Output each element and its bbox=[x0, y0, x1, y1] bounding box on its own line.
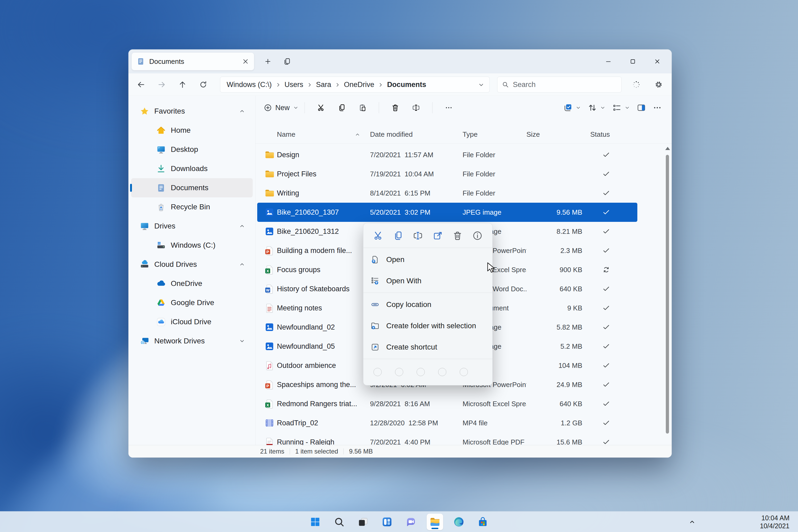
search-input[interactable] bbox=[513, 81, 617, 89]
scrollbar[interactable] bbox=[665, 145, 669, 445]
explorer-tab[interactable]: Documents bbox=[132, 53, 254, 70]
file-row-Design[interactable]: Design 7/20/2021 11:57 AM File Folder bbox=[257, 145, 637, 165]
sidebar-item[interactable]: Recycle Bin bbox=[131, 197, 253, 216]
file-type-icon bbox=[264, 226, 275, 237]
sidebar-item[interactable]: Drives bbox=[131, 216, 253, 236]
sidebar-item[interactable]: iCloud Drive bbox=[131, 312, 253, 331]
quick-action-properties[interactable] bbox=[472, 230, 483, 241]
quick-action-rename[interactable] bbox=[413, 230, 423, 241]
toolbar-button-rename[interactable] bbox=[406, 99, 426, 116]
column-header[interactable]: Status bbox=[590, 130, 622, 138]
section-chevron-icon[interactable] bbox=[239, 223, 245, 229]
toolbar-button-delete[interactable] bbox=[385, 99, 406, 116]
breadcrumb[interactable]: Windows (C:\) Users Sara OneDrive Docume… bbox=[220, 77, 490, 93]
section-chevron-icon[interactable] bbox=[239, 261, 245, 268]
tray-icon-wifi[interactable] bbox=[708, 517, 717, 527]
sidebar-item[interactable]: Downloads bbox=[131, 159, 253, 178]
view-control-button-more[interactable] bbox=[652, 103, 662, 113]
file-row-Bike_210620_1307[interactable]: Bike_210620_1307 5/20/2021 3:02 PM JPEG … bbox=[257, 203, 637, 222]
breadcrumb-dropdown-icon[interactable] bbox=[478, 81, 484, 88]
column-header[interactable]: Name bbox=[277, 130, 370, 138]
tag-blue[interactable] bbox=[374, 368, 382, 376]
sidebar-item[interactable]: Windows (C:) bbox=[131, 236, 253, 255]
quick-action-share[interactable] bbox=[433, 230, 443, 241]
sidebar-item[interactable]: Documents bbox=[131, 178, 253, 197]
view-control-button-preview-pane[interactable] bbox=[636, 103, 646, 113]
column-header[interactable]: Type bbox=[462, 130, 527, 138]
taskbar-icon-search[interactable] bbox=[331, 514, 347, 530]
taskbar-icon-task-view[interactable] bbox=[355, 514, 371, 530]
view-control-button-select[interactable] bbox=[563, 103, 581, 113]
breadcrumb-segment[interactable]: Windows (C:\) bbox=[226, 81, 284, 89]
sidebar-item[interactable]: Google Drive bbox=[131, 293, 253, 312]
quick-action-cut[interactable] bbox=[373, 230, 384, 241]
nav-button-back[interactable] bbox=[133, 76, 149, 93]
taskbar-icon-file-explorer[interactable] bbox=[427, 514, 443, 530]
close-button[interactable] bbox=[645, 53, 669, 70]
context-menu-item-create-shortcut[interactable]: Create shortcut bbox=[363, 337, 492, 358]
context-menu-item-copy-location[interactable]: Copy location bbox=[363, 294, 492, 315]
nav-button-up[interactable] bbox=[174, 76, 191, 93]
search-box[interactable] bbox=[497, 77, 622, 93]
sidebar-item-label: iCloud Drive bbox=[171, 318, 253, 326]
scrollbar-thumb[interactable] bbox=[666, 155, 669, 434]
toolbar-button-copy[interactable] bbox=[331, 99, 352, 116]
nav-button-refresh[interactable] bbox=[195, 76, 211, 93]
file-name: Writing bbox=[277, 189, 370, 197]
sidebar-item[interactable]: Home bbox=[131, 121, 253, 140]
section-chevron-icon[interactable] bbox=[239, 108, 245, 114]
file-row-RoadTrip_02[interactable]: RoadTrip_02 12/28/2020 12:58 PM MP4 file… bbox=[257, 413, 637, 433]
breadcrumb-segment[interactable]: OneDrive bbox=[343, 81, 386, 89]
sidebar-item[interactable]: Desktop bbox=[131, 140, 253, 159]
quick-action-icon bbox=[393, 230, 403, 241]
minimize-button[interactable] bbox=[596, 53, 621, 70]
taskbar-icon-store[interactable] bbox=[475, 514, 491, 530]
breadcrumb-segment[interactable]: Sara bbox=[315, 81, 343, 89]
file-row-Writing[interactable]: Writing 8/14/2021 6:15 PM File Folder bbox=[257, 184, 637, 203]
nav-button-forward[interactable] bbox=[153, 76, 170, 93]
context-menu-item-create-folder-with-selection[interactable]: Create folder with selection bbox=[363, 315, 492, 337]
sidebar-item[interactable]: OneDrive bbox=[131, 274, 253, 293]
gear-icon[interactable] bbox=[652, 78, 665, 91]
scroll-up-arrow[interactable] bbox=[665, 147, 670, 150]
toolbar-button-paste[interactable] bbox=[352, 99, 373, 116]
sidebar-item[interactable]: Favorites bbox=[131, 101, 253, 121]
maximize-button[interactable] bbox=[621, 53, 645, 70]
toolbar-button-cut[interactable] bbox=[311, 99, 331, 116]
file-row-Redmond Rangers triat...[interactable]: X Redmond Rangers triat... 9/28/2021 8:1… bbox=[257, 394, 637, 413]
column-header[interactable]: Date modified bbox=[370, 130, 462, 138]
clock[interactable]: 10:04 AM 10/4/2021 bbox=[760, 514, 790, 530]
view-control-button-view[interactable] bbox=[612, 103, 630, 113]
quick-action-copy[interactable] bbox=[393, 230, 403, 241]
tag-yellow[interactable] bbox=[417, 368, 425, 376]
sidebar-item[interactable]: Cloud Drives bbox=[131, 255, 253, 274]
file-row-Project Files[interactable]: Project Files 7/19/2021 10:04 AM File Fo… bbox=[257, 165, 637, 184]
tag-orange[interactable] bbox=[395, 368, 403, 376]
new-button[interactable]: New bbox=[264, 103, 299, 112]
sidebar-item[interactable]: Network Drives bbox=[131, 331, 253, 350]
context-menu-item-open-with[interactable]: Open With bbox=[363, 270, 492, 291]
taskbar-icon-edge[interactable] bbox=[451, 514, 467, 530]
tab-actions-button[interactable] bbox=[281, 55, 293, 68]
tray-icon-volume[interactable] bbox=[724, 517, 733, 527]
context-menu-item-open[interactable]: Open bbox=[363, 249, 492, 270]
tab-close-icon[interactable] bbox=[242, 58, 249, 65]
file-row-Running - Raleigh[interactable]: Running - Raleigh 7/20/2021 4:40 PM Micr… bbox=[257, 433, 637, 445]
breadcrumb-segment[interactable]: Users bbox=[284, 81, 315, 89]
tray-chevron-icon[interactable] bbox=[688, 518, 696, 526]
tag-green[interactable] bbox=[438, 368, 446, 376]
section-chevron-icon[interactable] bbox=[239, 338, 245, 344]
tray-icon-battery[interactable] bbox=[740, 517, 749, 527]
taskbar-icon-chat[interactable] bbox=[403, 514, 419, 530]
tag-teal[interactable] bbox=[460, 368, 468, 376]
taskbar-icon-widgets[interactable] bbox=[379, 514, 395, 530]
breadcrumb-segment[interactable]: Documents bbox=[386, 81, 427, 89]
taskbar-icon-start[interactable] bbox=[307, 514, 323, 530]
toolbar-button-more[interactable] bbox=[438, 99, 459, 116]
column-header[interactable]: Size bbox=[527, 130, 590, 138]
sync-status-icon[interactable] bbox=[630, 78, 642, 91]
view-control-button-sort[interactable] bbox=[588, 103, 606, 113]
menu-item-label: Create folder with selection bbox=[386, 322, 476, 330]
new-tab-button[interactable] bbox=[262, 55, 274, 68]
quick-action-delete[interactable] bbox=[452, 230, 463, 241]
